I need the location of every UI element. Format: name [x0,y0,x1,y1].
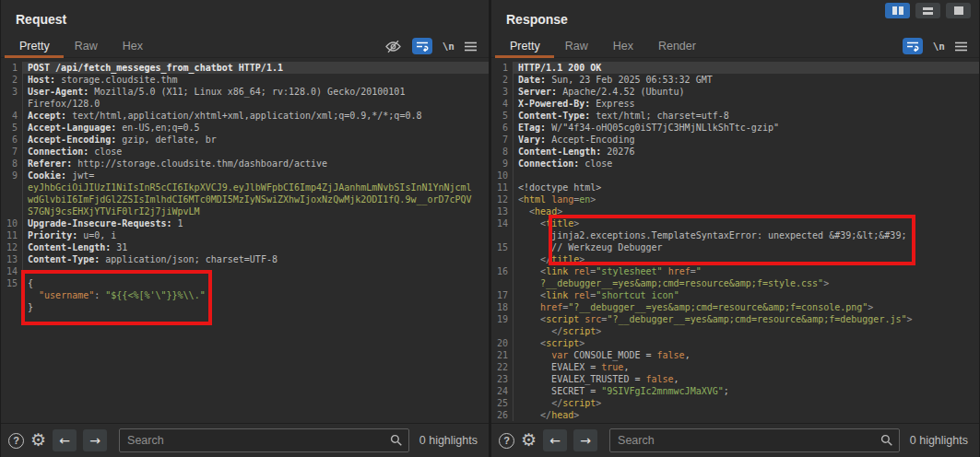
code-line: 11Priority: u=0, i [1,229,489,241]
code-line: 3Server: Apache/2.4.52 (Ubuntu) [491,86,979,98]
code-line: 19 <script src="?__debugger__=yes&amp;cm… [491,313,979,325]
code-line: 26 </head> [491,409,979,421]
code-line: 23 EVALEX_TRUSTED = false, [491,373,979,385]
word-wrap-icon [416,41,429,52]
gear-icon[interactable]: ⚙ [521,432,537,448]
code-line: 6ETag: W/"4f34-oHQ05cg0iST7jC3HMjNLlkShT… [491,122,979,134]
code-line: </title> [491,253,979,265]
code-line: 9Connection: close [491,158,979,170]
layout-columns-button[interactable] [885,3,910,18]
code-line: 14 <title> [491,217,979,229]
code-line: eyJhbGciOiJIUzI1NiIsInR5cCI6IkpXVCJ9.eyJ… [1,182,489,193]
request-editor[interactable]: 1POST /api/fetch_messeges_from_chatbot H… [1,58,489,423]
code-line: 4X-Powered-By: Express [491,98,979,110]
code-line: 9Cookie: jwt= [1,170,489,182]
layout-rows-button[interactable] [915,3,940,18]
code-line: 25 </script> [491,397,979,409]
request-panel-title: Request [1,0,489,35]
response-tab-raw[interactable]: Raw [565,40,588,53]
code-line: 8Content-Length: 20276 [491,146,979,158]
rows-layout-icon [923,7,933,10]
code-line: ?__debugger__=yes&amp;cmd=resource&amp;f… [491,277,979,289]
response-tab-hex[interactable]: Hex [613,40,633,53]
code-line: 2Host: storage.cloudsite.thm [1,74,489,86]
response-tab-pretty[interactable]: Pretty [510,40,540,53]
menu-icon[interactable] [465,41,477,52]
layout-controls [885,3,971,18]
code-line: 13 <head> [491,205,979,217]
code-line: 1HTTP/1.1 200 OK [491,62,979,74]
code-line: 5Accept-Language: en-US,en;q=0.5 [1,122,489,134]
prev-match-button[interactable]: ← [53,429,77,451]
code-line: 22 EVALEX = true, [491,361,979,373]
help-icon[interactable]: ? [8,433,24,449]
request-highlights-count: 0 highlights [416,434,478,447]
code-line: 14 [1,265,489,277]
request-toolbar: \n [384,35,477,57]
code-line: "username": "${{<%[%'\"}}%\\." [1,289,489,301]
burp-message-viewer: Request Pretty Raw Hex [0,0,980,457]
code-line: 15{ [1,277,489,289]
help-icon[interactable]: ? [499,433,514,449]
code-line: 7Vary: Accept-Encoding [491,134,979,146]
code-line: 18 href="?__debugger__=yes&amp;cmd=resou… [491,301,979,313]
word-wrap-icon [906,41,919,52]
single-layout-icon [954,6,963,15]
request-searchbar: ? ⚙ ← → 0 highlights [1,423,489,457]
newline-icon[interactable]: \n [443,41,455,53]
response-editor[interactable]: 1HTTP/1.1 200 OK2Date: Sun, 23 Feb 2025 … [491,58,979,423]
response-panel: Response Pretty Raw Hex Render [491,0,979,457]
newline-icon[interactable]: \n [933,41,945,53]
arrow-right-icon: → [89,433,100,448]
code-line: S7GNj9csEHXjYTViF0lrI2j7jiWpvLM [1,205,489,217]
request-search-input[interactable] [119,428,409,452]
eye-slash-icon[interactable] [384,40,402,53]
request-tab-hex[interactable]: Hex [123,40,143,53]
code-line: jinja2.exceptions.TemplateSyntaxError: u… [491,229,979,241]
code-line: 10 [491,170,979,182]
code-line: } [1,301,489,313]
code-line: 12<html lang=en> [491,193,979,205]
response-search-input[interactable] [609,428,900,452]
word-wrap-button[interactable] [903,38,923,54]
code-line: 2Date: Sun, 23 Feb 2025 06:53:32 GMT [491,74,979,86]
next-match-button[interactable]: → [83,429,107,451]
code-line: 11<!doctype html> [491,182,979,193]
code-line: 17 <link rel="shortcut icon" [491,289,979,301]
search-icon [390,434,403,447]
code-line: 4Accept: text/html,application/xhtml+xml… [1,110,489,122]
code-line: 5Content-Type: text/html; charset=utf-8 [491,110,979,122]
request-tab-raw[interactable]: Raw [75,40,98,53]
code-line: 24 SECRET = "9SIVFgIc2mnmwcJMaXVG"; [491,385,979,397]
code-line: wdGlvbiI6ImFjdGl2ZSIsImlhdCI6MTc0MDI5MzI… [1,193,489,205]
prev-match-button[interactable]: ← [543,429,567,451]
columns-layout-icon [892,6,897,15]
response-highlights-count: 0 highlights [906,434,968,447]
code-line: 20 <script> [491,337,979,349]
word-wrap-button[interactable] [412,38,432,54]
next-match-button[interactable]: → [573,429,597,451]
menu-icon[interactable] [955,41,967,52]
code-line: 8Referer: http://storage.cloudsite.thm/d… [1,158,489,170]
response-toolbar: \n [903,35,967,57]
gear-icon[interactable]: ⚙ [30,432,46,448]
response-searchbar: ? ⚙ ← → 0 highlights [491,423,979,457]
request-panel: Request Pretty Raw Hex [1,0,489,457]
code-line: 1POST /api/fetch_messeges_from_chatbot H… [1,62,489,74]
arrow-left-icon: ← [549,433,561,448]
response-tabbar: Pretty Raw Hex Render [491,35,979,58]
layout-single-button[interactable] [946,3,971,18]
code-line: 7Connection: close [1,146,489,158]
arrow-left-icon: ← [59,433,70,448]
code-line: Firefox/128.0 [1,98,489,110]
arrow-right-icon: → [580,433,591,448]
code-line: 12Content-Length: 31 [1,241,489,253]
response-tab-render[interactable]: Render [658,40,696,53]
code-line: 13Content-Type: application/json; charse… [1,253,489,265]
code-line: 16 <link rel="stylesheet" href=" [491,265,979,277]
request-tab-pretty[interactable]: Pretty [19,40,50,53]
code-line: 15 // Werkzeug Debugger [491,241,979,253]
code-line: 3User-Agent: Mozilla/5.0 (X11; Linux x86… [1,86,489,98]
request-tabbar: Pretty Raw Hex [1,35,489,58]
code-line: 6Accept-Encoding: gzip, deflate, br [1,134,489,146]
